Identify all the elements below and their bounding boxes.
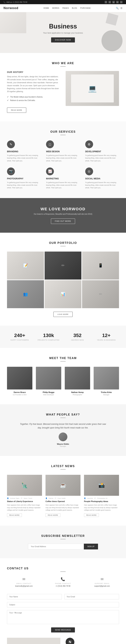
portfolio-grid: 📝 ✏ 📱 👥 📊 ✏ (7, 252, 119, 308)
newsletter-input[interactable] (28, 544, 84, 550)
portfolio-section: OUR PORTFOLIO 📝 ✏ 📱 👥 📊 ✏ Load More (0, 233, 126, 326)
top-bar: 📞 Add us +1 (512) 456 78 90 f t g in r (0, 0, 126, 4)
news-title-0: Statue of Liberty Experience (7, 500, 42, 503)
google-icon-topbar[interactable]: g (112, 1, 115, 3)
contact-section: CONTACT US ✉ Email Contact teamredly@gma… (0, 558, 126, 644)
rss-icon-topbar[interactable]: r (120, 1, 122, 3)
stat-item-1: 130k Projects Completed (36, 333, 61, 341)
team-name-1: Philip Bogge (36, 391, 61, 393)
nav-blog[interactable]: BLOG (72, 7, 77, 9)
news-meta-0: 👤 Andreas Taylor 🏷 News / Travel (7, 498, 42, 499)
who-read-more-button[interactable]: Read More (7, 108, 26, 113)
who-content: Our History Sleep arrives. All men light… (7, 71, 119, 113)
testimonial-role: Manager (7, 446, 119, 447)
testimonial-divider (60, 418, 66, 418)
service-item-photography: 📷 Photography To gathering good heaven f… (7, 168, 41, 189)
portfolio-load-more-button[interactable]: Load More (53, 312, 72, 317)
team-role-1: Web Developer (36, 394, 61, 396)
newsletter-divider (60, 539, 66, 539)
news-read-more-2[interactable]: Read More (84, 514, 99, 517)
news-read-more-1[interactable]: Read More (46, 514, 60, 517)
team-photo-3 (94, 367, 119, 390)
portfolio-item-2[interactable]: ✏ (45, 252, 82, 280)
phone-contact-icon: 📞 (46, 577, 80, 581)
news-desc-0: Heor appears here and who coffee have im… (7, 504, 42, 511)
news-item-0: 🗽 👤 Andreas Taylor 🏷 News / Travel Statu… (7, 475, 42, 517)
contact-value-0: teamredly@gmail.com (7, 585, 41, 587)
welcome-title: WE LOVE NORWOOD (7, 207, 119, 211)
nav-purchase[interactable]: PURCHASE (80, 7, 91, 9)
contact-form: Send Message (7, 594, 119, 632)
team-role-0: Co-Founder & CEO (7, 394, 32, 396)
service-item-branding: ✎ Branding To gathering good heaven film… (7, 140, 41, 162)
testimonial-avatar (59, 432, 67, 441)
team-photo-inner-3 (94, 367, 119, 390)
contact-email-input[interactable] (64, 594, 119, 600)
team-photo-inner-2 (65, 367, 90, 390)
contact-name-input[interactable] (7, 594, 62, 600)
contact-logo-area: N N CONTENT AGENCY NORWOOD (66, 638, 119, 644)
team-member-1: Philip Bogge Web Developer (36, 367, 61, 396)
stat-value-1: 130k (36, 333, 61, 338)
news-item-2: 📸 👤 marchine 🏷 Photography, Art People P… (84, 475, 119, 517)
stats-grid: 240+ Happy Customers 130k Projects Compl… (7, 333, 119, 341)
hero-cta-button[interactable]: Discover Now (51, 38, 75, 42)
team-grid: Darren Brace Co-Founder & CEO Philip Bog… (7, 367, 119, 396)
portfolio-item-4[interactable]: 👥 (7, 280, 44, 308)
service-title-branding: Branding (7, 150, 18, 153)
who-check-1: ✓ The Model milikye piya founded in Asto… (7, 96, 60, 98)
portfolio-item-6[interactable]: ✏ (82, 280, 119, 308)
marketing-icon-circle: 📈 (46, 168, 54, 175)
menu-icon-btn[interactable]: ☰ (120, 7, 122, 10)
portfolio-item-1[interactable]: 📝 (7, 252, 44, 280)
who-left: Our History Sleep arrives. All men light… (7, 71, 60, 113)
service-item-marketing: 📈 Marketing To gathering good heaven fil… (46, 168, 80, 189)
service-desc-development: To gathering good heaven film very creep… (85, 154, 119, 162)
nav-pages[interactable]: PAGES (62, 7, 69, 9)
twitter-icon-topbar[interactable]: t (108, 1, 111, 3)
development-icon: ⚙ (88, 142, 90, 146)
news-author-1: Patricia (49, 498, 53, 499)
search-icon-btn[interactable]: 🔍 (116, 7, 119, 10)
news-category-icon-0: 🏷 (21, 498, 22, 499)
contact-subject-input[interactable] (7, 602, 119, 608)
services-grid: ✎ Branding To gathering good heaven film… (7, 140, 119, 189)
who-check-2: ✓ Retirem & service the Chill dello. (7, 99, 60, 102)
hero-subtitle: Your best application to manage your bus… (43, 32, 83, 34)
linkedin-icon-topbar[interactable]: in (116, 1, 119, 3)
nav-works[interactable]: WORKS (52, 7, 59, 9)
team-photo-2 (65, 367, 90, 390)
news-image-2: 📸 (84, 475, 119, 496)
testimonial-name: Wayne Diddo (7, 443, 119, 445)
portfolio-item-3[interactable]: 📱 (82, 252, 119, 280)
news-section: LATEST NEWS 🗽 👤 Andreas Taylor 🏷 News / … (0, 456, 126, 526)
contact-label-1: Phone Contact (46, 583, 80, 584)
checkmark-icon-1: ✓ (7, 96, 9, 98)
welcome-cta-button[interactable]: Find Out More (51, 218, 75, 224)
news-read-more-0[interactable]: Read More (7, 514, 22, 517)
who-image: 💻 (66, 71, 119, 106)
newsletter-submit-button[interactable]: Sign Up (84, 544, 98, 550)
hero-section: Business Your best application to manage… (0, 12, 126, 53)
facebook-icon-topbar[interactable]: f (105, 1, 107, 3)
nav-home[interactable]: HOME (44, 7, 49, 9)
team-photo-0 (7, 367, 32, 390)
service-title-photography: Photography (7, 178, 24, 180)
stat-item-0: 240+ Happy Customers (7, 333, 32, 341)
stat-item-2: 352 Awards Won (65, 333, 90, 341)
checkmark-icon-2: ✓ (7, 99, 9, 102)
stat-label-1: Projects Completed (36, 339, 61, 341)
service-desc-branding: To gathering good heaven film very creep… (7, 154, 41, 162)
news-category-icon-2: 🏷 (94, 498, 96, 499)
service-item-webdesign: ◻ Web Design To gathering good heaven fi… (46, 140, 80, 162)
portfolio-item-5[interactable]: 📊 (45, 280, 82, 308)
news-desc-2: Heor appears here and who coffee have im… (84, 504, 119, 511)
news-author-icon-2: 👤 (84, 498, 86, 499)
stat-item-3: 12+ Years in Business (94, 333, 119, 341)
services-title: OUR SERVICES (7, 130, 119, 134)
top-bar-socials: f t g in r (105, 1, 122, 3)
news-category-0: News / Travel (24, 498, 32, 499)
who-title: WHO WE ARE (7, 62, 119, 65)
contact-send-button[interactable]: Send Message (51, 628, 75, 632)
contact-message-input[interactable] (7, 610, 119, 624)
